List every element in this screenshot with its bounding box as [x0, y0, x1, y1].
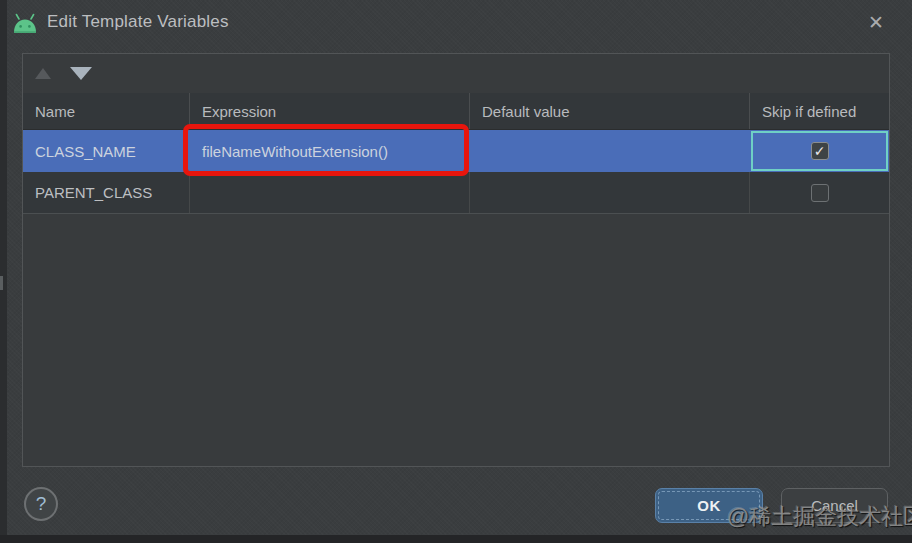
- cell-skip-if-defined[interactable]: [750, 172, 889, 213]
- checkbox-unchecked[interactable]: [811, 184, 829, 202]
- help-icon[interactable]: ?: [24, 487, 58, 521]
- close-icon[interactable]: ✕: [862, 8, 890, 36]
- dialog-title: Edit Template Variables: [47, 12, 229, 32]
- column-header-expression[interactable]: Expression: [190, 93, 470, 129]
- column-header-name[interactable]: Name: [23, 93, 190, 129]
- move-up-icon[interactable]: [35, 68, 51, 79]
- cell-expression[interactable]: [190, 172, 470, 213]
- dialog-titlebar: Edit Template Variables ✕: [0, 0, 912, 46]
- cell-skip-if-defined[interactable]: ✓: [750, 130, 889, 172]
- cell-default-value[interactable]: [470, 172, 750, 213]
- table-row-class-name[interactable]: CLASS_NAME fileNameWithoutExtension() ✓: [23, 130, 889, 172]
- left-edge-notch: [0, 276, 3, 290]
- checkbox-checked[interactable]: ✓: [811, 142, 829, 160]
- variables-table: Name Expression Default value Skip if de…: [22, 53, 890, 467]
- move-down-icon[interactable]: [70, 67, 92, 80]
- table-header-row: Name Expression Default value Skip if de…: [23, 93, 889, 130]
- edit-template-variables-dialog: Edit Template Variables ✕ Name Expressio…: [0, 0, 912, 543]
- android-icon: [13, 13, 37, 34]
- left-edge-strip: [0, 0, 7, 543]
- column-header-default-value[interactable]: Default value: [470, 93, 750, 129]
- cell-default-value[interactable]: [470, 130, 750, 172]
- ok-button[interactable]: OK: [655, 488, 763, 523]
- bottom-edge-strip: [0, 535, 912, 543]
- cell-name[interactable]: PARENT_CLASS: [23, 172, 190, 213]
- cell-name[interactable]: CLASS_NAME: [23, 130, 190, 172]
- column-header-skip-if-defined[interactable]: Skip if defined: [750, 93, 889, 129]
- cancel-button[interactable]: Cancel: [781, 488, 888, 523]
- table-row-parent-class[interactable]: PARENT_CLASS: [23, 172, 889, 214]
- cell-expression[interactable]: fileNameWithoutExtension(): [190, 130, 470, 172]
- table-toolbar: [23, 54, 889, 93]
